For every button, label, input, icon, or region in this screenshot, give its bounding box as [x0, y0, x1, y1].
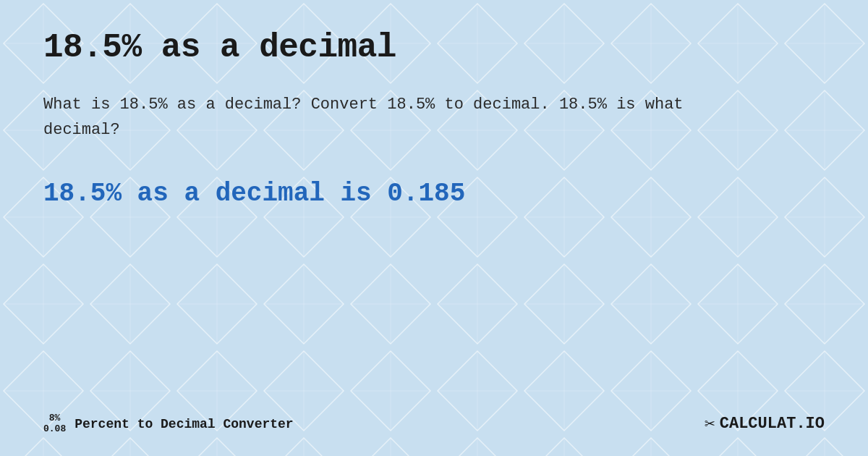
logo-icon: ✂️ [705, 413, 715, 434]
footer: 8% 0.08 Percent to Decimal Converter ✂️ … [43, 406, 825, 434]
main-content: 18.5% as a decimal What is 18.5% as a de… [0, 0, 868, 456]
result-text: 18.5% as a decimal is 0.185 [43, 179, 825, 208]
logo: ✂️ CALCULAT.IO [705, 413, 825, 434]
percent-top: 8% [49, 413, 61, 423]
page-title: 18.5% as a decimal [43, 29, 825, 67]
converter-label: Percent to Decimal Converter [75, 417, 293, 431]
footer-left: 8% 0.08 Percent to Decimal Converter [43, 413, 294, 434]
description-text: What is 18.5% as a decimal? Convert 18.5… [43, 92, 694, 143]
percent-icon: 8% 0.08 [43, 413, 66, 434]
percent-bottom: 0.08 [43, 424, 66, 434]
logo-text: CALCULAT.IO [720, 415, 825, 433]
